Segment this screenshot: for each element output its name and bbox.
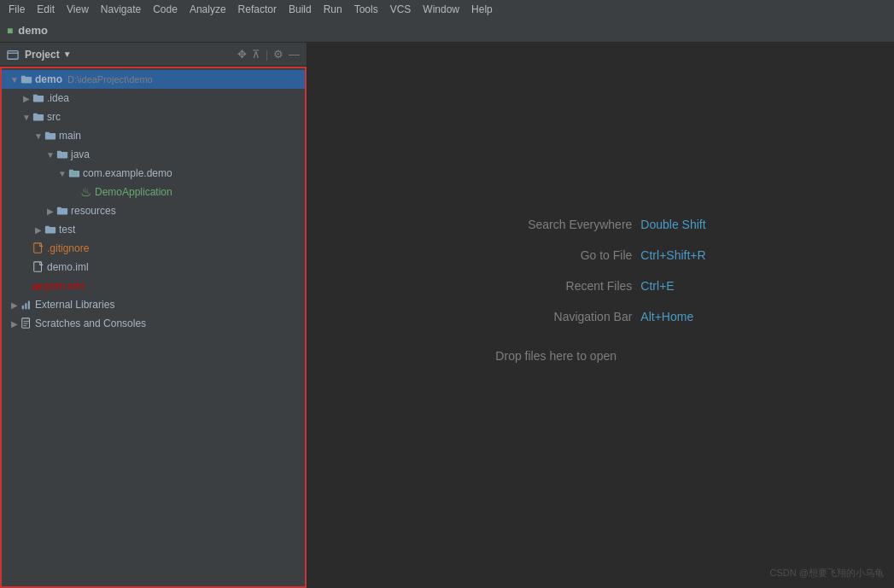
menu-tools[interactable]: Tools: [349, 2, 383, 17]
sidebar-header: Project ▼ ✥ ⊼ | ⚙ —: [0, 43, 307, 67]
project-icon: [7, 49, 19, 61]
menu-help[interactable]: Help: [466, 2, 498, 17]
svg-rect-1: [72, 172, 78, 172]
main-layout: Project ▼ ✥ ⊼ | ⚙ — ▼ demo D:\ideaProjec…: [0, 43, 894, 588]
label-pom: pom.xml: [45, 280, 84, 292]
package-icon: [68, 167, 80, 179]
arrow-main: ▼: [32, 131, 44, 141]
watermark: CSDN @想要飞翔的小乌龟: [770, 567, 884, 579]
sidebar-header-icons: ✥ ⊼ | ⚙ —: [237, 48, 300, 61]
tree-item-external-libs[interactable]: ▶ External Libraries: [2, 295, 305, 314]
drop-files-label: Drop files here to open: [495, 349, 616, 363]
shortcut-label-nav: Navigation Bar: [495, 310, 632, 323]
arrow-demo: ▼: [9, 75, 20, 84]
external-libs-icon: [20, 299, 32, 311]
tree-item-demo[interactable]: ▼ demo D:\ideaProject\demo: [2, 70, 305, 89]
menu-window[interactable]: Window: [418, 2, 465, 17]
sidebar-title: Project: [25, 49, 60, 61]
folder-icon-idea: [32, 92, 44, 104]
folder-icon-resources: [56, 205, 68, 217]
maven-icon: m: [32, 280, 43, 293]
project-chevron[interactable]: ▼: [63, 49, 72, 59]
shortcut-label-goto: Go to File: [495, 248, 632, 262]
menu-analyze[interactable]: Analyze: [184, 2, 231, 17]
shortcut-goto-file: Go to File Ctrl+Shift+R: [495, 248, 705, 262]
label-main: main: [59, 130, 81, 142]
shortcut-key-nav: Alt+Home: [640, 310, 693, 323]
label-resources: resources: [71, 205, 116, 217]
menu-vcs[interactable]: VCS: [385, 2, 417, 17]
menu-view[interactable]: View: [61, 2, 94, 17]
tree-item-idea[interactable]: ▶ .idea: [2, 89, 305, 108]
shortcut-recent-files: Recent Files Ctrl+E: [495, 279, 705, 293]
tree-item-src[interactable]: ▼ src: [2, 108, 305, 126]
label-external-libs: External Libraries: [35, 299, 114, 311]
folder-icon-main: [44, 130, 56, 142]
menu-code[interactable]: Code: [148, 2, 183, 17]
svg-rect-7: [28, 301, 30, 310]
label-demoapplication: DemoApplication: [95, 186, 172, 198]
project-title: demo: [18, 24, 48, 37]
file-icon-gitignore: [32, 242, 44, 254]
menu-edit[interactable]: Edit: [32, 2, 60, 17]
svg-rect-0: [8, 50, 18, 59]
label-idea: .idea: [47, 92, 69, 104]
title-bar: ■ demo: [0, 19, 894, 43]
globe-icon[interactable]: ✥: [237, 48, 247, 61]
folder-icon-test: [44, 224, 56, 236]
sidebar: Project ▼ ✥ ⊼ | ⚙ — ▼ demo D:\ideaProjec…: [0, 43, 307, 588]
arrow-src: ▼: [20, 113, 32, 122]
tree-item-package[interactable]: ▼ com.example.demo: [2, 164, 305, 183]
sidebar-header-left: Project ▼: [7, 49, 72, 61]
menu-build[interactable]: Build: [283, 2, 317, 17]
shortcut-key-recent: Ctrl+E: [640, 279, 674, 293]
tree-item-demoapplication[interactable]: ♨ DemoApplication: [2, 183, 305, 201]
spring-icon: ♨: [80, 184, 91, 200]
label-gitignore: .gitignore: [47, 242, 89, 254]
tree-item-main[interactable]: ▼ main: [2, 126, 305, 145]
shortcut-label-recent: Recent Files: [495, 279, 632, 293]
folder-icon-java: [56, 148, 68, 160]
scratches-icon: [20, 317, 32, 329]
shortcut-search-everywhere: Search Everywhere Double Shift: [495, 218, 705, 231]
arrow-test: ▶: [32, 225, 44, 235]
label-iml: demo.iml: [47, 261, 89, 273]
tree-item-resources[interactable]: ▶ resources: [2, 201, 305, 220]
arrow-package: ▼: [56, 169, 68, 178]
shortcut-key-search: Double Shift: [640, 218, 705, 231]
main-content: Search Everywhere Double Shift Go to Fil…: [307, 43, 894, 588]
tree-item-java[interactable]: ▼ java: [2, 145, 305, 164]
project-tree[interactable]: ▼ demo D:\ideaProject\demo ▶ .idea ▼ src: [0, 67, 307, 588]
arrow-idea: ▶: [20, 94, 32, 103]
menu-bar: File Edit View Navigate Code Analyze Ref…: [0, 0, 894, 19]
tree-item-scratches[interactable]: ▶ Scratches and Consoles: [2, 314, 305, 333]
tree-item-test[interactable]: ▶ test: [2, 220, 305, 239]
label-src: src: [47, 111, 61, 123]
label-java: java: [71, 148, 90, 160]
menu-refactor[interactable]: Refactor: [233, 2, 282, 17]
arrow-resources: ▶: [44, 207, 56, 216]
folder-icon-src: [32, 111, 44, 123]
file-icon-iml: [32, 261, 44, 273]
shortcut-navigation-bar: Navigation Bar Alt+Home: [495, 310, 705, 323]
label-scratches: Scratches and Consoles: [35, 317, 146, 329]
menu-navigate[interactable]: Navigate: [96, 2, 146, 17]
arrow-scratches: ▶: [9, 319, 20, 329]
arrow-java: ▼: [44, 150, 56, 160]
tree-item-gitignore[interactable]: .gitignore: [2, 239, 305, 258]
svg-rect-2: [72, 173, 78, 174]
drop-files-row: Drop files here to open: [495, 341, 705, 363]
label-test: test: [59, 224, 75, 236]
label-package: com.example.demo: [83, 167, 172, 179]
tree-item-iml[interactable]: demo.iml: [2, 258, 305, 277]
pin-icon[interactable]: —: [289, 48, 300, 61]
svg-rect-6: [25, 303, 26, 309]
menu-file[interactable]: File: [3, 2, 30, 17]
label-demo: demo: [35, 73, 62, 85]
menu-run[interactable]: Run: [318, 2, 348, 17]
folder-icon-demo: [20, 73, 32, 85]
shortcut-label-search: Search Everywhere: [495, 218, 632, 231]
tree-item-pom[interactable]: m pom.xml: [2, 277, 305, 295]
settings-icon[interactable]: ⚙: [273, 48, 283, 61]
collapse-icon[interactable]: ⊼: [252, 48, 260, 61]
